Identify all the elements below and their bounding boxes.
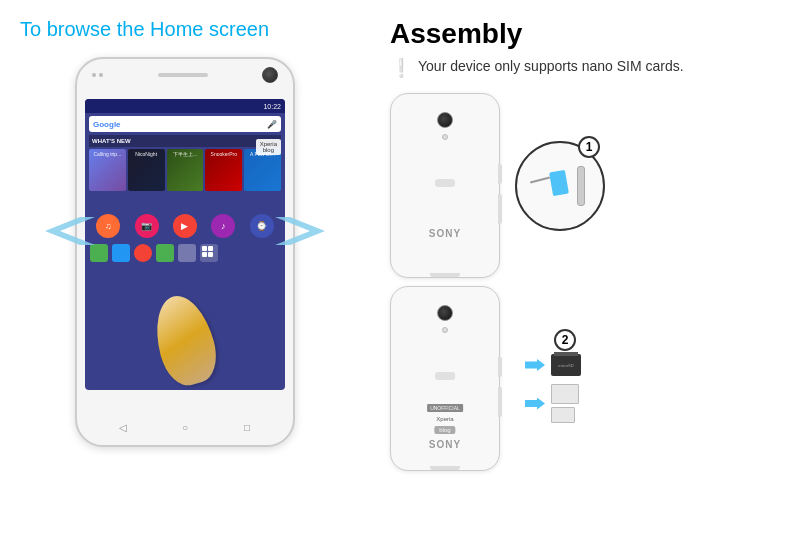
thumb-4[interactable]: SnookerPro bbox=[205, 149, 242, 191]
small-app-1[interactable] bbox=[90, 244, 108, 262]
back-button[interactable]: ◁ bbox=[115, 419, 131, 435]
phone-back-view-1: SONY bbox=[390, 93, 500, 278]
cards-column-container: 2 microSD bbox=[525, 334, 581, 423]
flash-icon bbox=[442, 134, 448, 140]
small-app-5[interactable] bbox=[178, 244, 196, 262]
phone-frame: 10:22 Google 🎤 Xperia blog WHAT'S NEW bbox=[75, 57, 295, 447]
home-button[interactable]: ○ bbox=[177, 419, 193, 435]
small-app-3[interactable] bbox=[134, 244, 152, 262]
phone-wrapper: 10:22 Google 🎤 Xperia blog WHAT'S NEW bbox=[75, 57, 295, 447]
status-time: 10:22 bbox=[263, 103, 281, 110]
warning-icon: ❕ bbox=[390, 59, 412, 77]
insert-arrow-icon bbox=[525, 359, 545, 371]
left-title: To browse the Home screen bbox=[20, 18, 350, 41]
thumb-1[interactable]: Calling trip... bbox=[89, 149, 126, 191]
phone-nav-buttons: ◁ ○ □ bbox=[77, 419, 293, 435]
right-section: Assembly ❕ Your device only supports nan… bbox=[370, 0, 800, 533]
small-app-6[interactable] bbox=[200, 244, 218, 262]
hand-gesture bbox=[140, 275, 230, 385]
small-app-4[interactable] bbox=[156, 244, 174, 262]
brand-logo-1: SONY bbox=[429, 228, 461, 239]
thumb-2[interactable]: NicoNight bbox=[128, 149, 165, 191]
diagram-2-row: UNOFFICIAL Xperia blog SONY 2 microSD bbox=[390, 286, 780, 471]
xperia-text: Xperia blog bbox=[260, 141, 277, 153]
microsd-label: microSD bbox=[558, 363, 573, 368]
finger-icon bbox=[147, 289, 223, 390]
app-icon-music[interactable]: ♫ bbox=[96, 214, 120, 238]
page-title: Assembly bbox=[390, 18, 780, 50]
page: To browse the Home screen bbox=[0, 0, 800, 533]
app-icon-watch[interactable]: ⌚ bbox=[250, 214, 274, 238]
thumb-3[interactable]: 下半生上... bbox=[167, 149, 204, 191]
speaker bbox=[158, 73, 208, 77]
thumb-label-1: Calling trip... bbox=[89, 149, 126, 157]
app-icon-playlist[interactable]: ♪ bbox=[211, 214, 235, 238]
sim-slot-icon bbox=[577, 166, 585, 206]
thumb-label-3: 下半生上... bbox=[167, 149, 204, 157]
brand-logo-2: SONY bbox=[429, 439, 461, 450]
callout-1-container: 1 bbox=[515, 141, 605, 231]
xperia-label: Xperia bbox=[436, 416, 453, 422]
nano-sim-card-item bbox=[525, 384, 579, 423]
whats-new-bar: WHAT'S NEW bbox=[89, 135, 281, 147]
sensor-dot bbox=[99, 73, 103, 77]
diagram-1-row: SONY 1 bbox=[390, 93, 780, 278]
volume-button bbox=[498, 194, 502, 224]
power-button-2 bbox=[498, 357, 502, 377]
app-icon-video[interactable]: ▶ bbox=[173, 214, 197, 238]
phone-back-view-2: UNOFFICIAL Xperia blog SONY bbox=[390, 286, 500, 471]
sim-nano-card-2 bbox=[551, 407, 575, 423]
flash-icon-2 bbox=[442, 327, 448, 333]
cards-column: microSD bbox=[525, 354, 581, 423]
sim-card-icon bbox=[549, 169, 569, 195]
app-icon-album[interactable]: 📷 bbox=[135, 214, 159, 238]
mic-icon: 🎤 bbox=[267, 120, 277, 129]
step-2-badge: 2 bbox=[554, 329, 576, 351]
diagram-2-phone-container: UNOFFICIAL Xperia blog SONY bbox=[390, 286, 500, 471]
app-icons-row-1: ♫ 📷 ▶ ♪ ⌚ bbox=[85, 211, 285, 241]
micro-sd-card-icon: microSD bbox=[551, 354, 581, 376]
phone-sensors bbox=[92, 73, 103, 77]
whats-new-label: WHAT'S NEW bbox=[92, 138, 131, 144]
google-search-bar[interactable]: Google 🎤 bbox=[89, 116, 281, 132]
recent-button[interactable]: □ bbox=[239, 419, 255, 435]
phone-top-area bbox=[77, 67, 293, 83]
volume-button-2 bbox=[498, 387, 502, 417]
diagram-1-phone-container: SONY bbox=[390, 93, 500, 278]
unofficial-label: UNOFFICIAL bbox=[427, 404, 463, 412]
sim-tray-illustration bbox=[525, 161, 595, 211]
step-1-badge: 1 bbox=[578, 136, 600, 158]
app-icons-row-2 bbox=[85, 241, 285, 265]
left-section: To browse the Home screen bbox=[0, 0, 370, 533]
google-logo: Google bbox=[93, 120, 121, 129]
insert-arrow-icon-2 bbox=[525, 398, 545, 410]
power-button bbox=[498, 164, 502, 184]
sensor-dot bbox=[92, 73, 96, 77]
thumb-label-4: SnookerPro bbox=[205, 149, 242, 157]
thumb-label-2: NicoNight bbox=[128, 149, 165, 157]
small-app-2[interactable] bbox=[112, 244, 130, 262]
sim-stack bbox=[551, 384, 579, 423]
warning-text: Your device only supports nano SIM cards… bbox=[418, 58, 684, 74]
app-thumbnails: Calling trip... NicoNight 下半生上... Snooke… bbox=[89, 149, 281, 191]
thumb-5[interactable]: A Paw Of... bbox=[244, 149, 281, 191]
nfc-sensor bbox=[435, 179, 455, 187]
bottom-port-2 bbox=[430, 466, 460, 470]
rear-camera-icon bbox=[437, 112, 453, 128]
nfc-sensor-2 bbox=[435, 372, 455, 380]
warning-row: ❕ Your device only supports nano SIM car… bbox=[390, 58, 780, 77]
sim-nano-card-1 bbox=[551, 384, 579, 404]
blog-label: blog bbox=[434, 426, 455, 434]
rear-camera-icon-2 bbox=[437, 305, 453, 321]
front-camera-icon bbox=[262, 67, 278, 83]
status-bar: 10:22 bbox=[85, 99, 285, 113]
ejector-pin-icon bbox=[530, 176, 550, 183]
bottom-port bbox=[430, 273, 460, 277]
xperia-blog-widget: Xperia blog bbox=[256, 139, 281, 155]
micro-sd-card-item: microSD bbox=[525, 354, 581, 376]
